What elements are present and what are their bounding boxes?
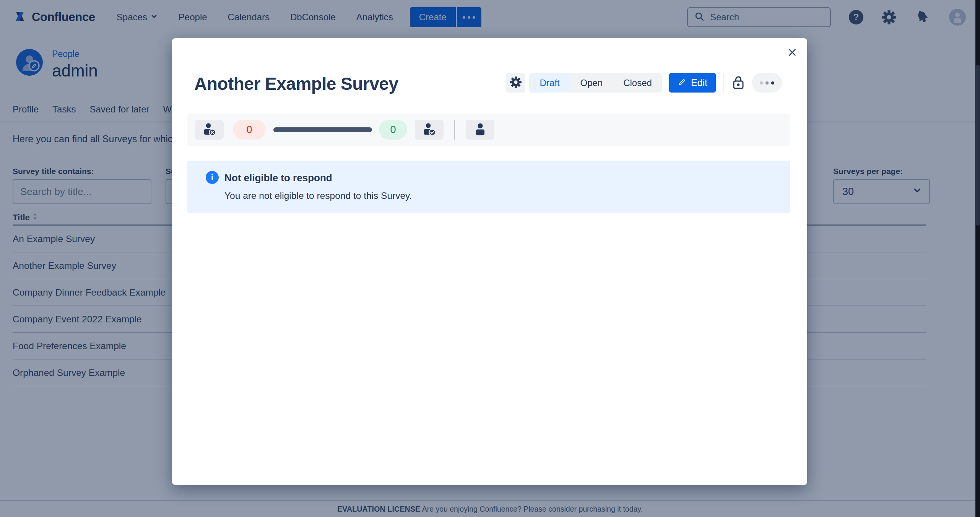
survey-modal: Another Example Survey Draft Open Closed <box>172 38 807 485</box>
info-icon: i <box>206 171 219 184</box>
all-users-button[interactable] <box>466 120 494 140</box>
info-panel-title: Not eligible to respond <box>224 172 332 184</box>
response-progress-bar[interactable] <box>273 127 372 132</box>
page-scrollbar[interactable] <box>975 0 980 517</box>
participation-toolbar: 0 0 <box>187 114 790 146</box>
responded-count-badge: 0 <box>379 120 407 140</box>
gear-icon <box>510 76 522 89</box>
not-eligible-info-panel: i Not eligible to respond You are not el… <box>187 161 790 213</box>
status-segmented-control: Draft Open Closed <box>529 73 662 93</box>
scrollbar-thumb[interactable] <box>976 65 980 226</box>
person-x-icon <box>202 122 217 138</box>
ellipsis-icon <box>759 81 775 85</box>
close-icon[interactable] <box>783 44 801 61</box>
confluence-screen: Confluence Spaces People Calendars DbCon… <box>0 0 980 517</box>
pencil-icon <box>678 77 687 89</box>
modal-title: Another Example Survey <box>194 73 398 94</box>
edit-button[interactable]: Edit <box>669 73 716 93</box>
edit-button-label: Edit <box>691 77 707 88</box>
more-actions-button[interactable] <box>752 73 782 93</box>
info-panel-body: You are not eligible to respond to this … <box>224 190 412 201</box>
not-responded-count-badge: 0 <box>233 120 266 140</box>
controls-divider <box>723 73 723 93</box>
responded-users-button[interactable] <box>415 120 444 140</box>
person-check-icon <box>422 122 437 138</box>
survey-settings-button[interactable] <box>506 73 525 93</box>
modal-controls: Draft Open Closed Edit <box>506 73 782 93</box>
not-responded-users-button[interactable] <box>195 120 224 140</box>
status-draft[interactable]: Draft <box>529 73 570 93</box>
toolbar-divider <box>454 120 455 140</box>
lock-icon[interactable] <box>730 73 746 93</box>
person-icon <box>473 122 488 138</box>
status-closed[interactable]: Closed <box>613 73 662 93</box>
status-open[interactable]: Open <box>570 73 613 93</box>
